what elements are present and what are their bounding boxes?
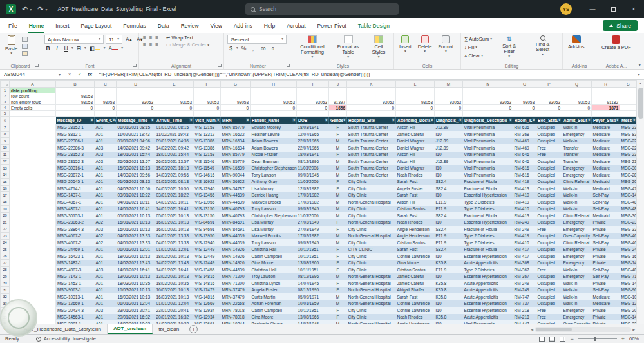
table-header-cell[interactable]: Event_Code▾ (95, 117, 117, 124)
cell[interactable]: Angela Foster (251, 287, 297, 294)
ribbon-tab-review[interactable]: Review (175, 18, 205, 33)
cell[interactable]: Emergency (562, 273, 592, 280)
collapse-ribbon-chevron-icon[interactable]: ▾ (638, 63, 641, 68)
cell[interactable]: A01 (95, 253, 117, 260)
cell[interactable]: MSG-30153-1 (56, 212, 95, 219)
cell[interactable]: M (329, 233, 347, 240)
ribbon-tab-insert[interactable]: Insert (50, 18, 75, 33)
cell[interactable]: Gina Moore (251, 314, 297, 321)
cell[interactable]: RM-413 (513, 212, 536, 219)
cell[interactable]: 27/03/1949 (297, 226, 329, 233)
column-header-R[interactable]: R (592, 81, 620, 88)
cell[interactable]: 13/02/2021 10:13 (117, 273, 155, 280)
cell[interactable]: A02 (95, 219, 117, 226)
cell[interactable]: I10 (435, 219, 463, 226)
cell[interactable]: Emergency (562, 131, 592, 138)
row-number[interactable]: 2 (1, 93, 10, 99)
cell[interactable]: Essential Hypertension (463, 192, 513, 199)
cell[interactable]: Type 2 Diabetes (463, 233, 513, 240)
cell[interactable]: MSG-23152-3 (620, 152, 637, 159)
cell[interactable]: A03 (95, 144, 117, 152)
cell[interactable]: 0 (56, 105, 95, 111)
expand-formula-bar-icon[interactable]: ▾ (634, 70, 644, 79)
cell[interactable]: VIS-12669 (194, 300, 221, 308)
middle-align-icon[interactable]: ≡ (149, 35, 153, 41)
cell[interactable]: Medicare (592, 165, 620, 172)
cell[interactable]: VIS-11546 (194, 158, 221, 165)
cell[interactable]: A01 (95, 124, 117, 132)
cell[interactable]: Private (592, 314, 620, 321)
cell[interactable] (95, 88, 117, 93)
cell[interactable]: MRN-14926 (221, 260, 251, 267)
cell[interactable]: Walk-In (562, 293, 592, 300)
row-number[interactable]: 27 (1, 260, 10, 267)
table-header-cell[interactable]: Mess▾ (620, 117, 637, 124)
filter-dropdown-icon[interactable]: ▾ (246, 118, 249, 122)
cell[interactable]: Maxwell Brooks (251, 199, 297, 206)
redo-caret-icon[interactable]: ▾ (45, 7, 47, 12)
cell[interactable]: Emergency (562, 165, 592, 172)
cell[interactable]: RM-410 (513, 192, 536, 199)
cell[interactable]: Angela Foster (396, 185, 435, 192)
cell[interactable]: 22/07/1965 (297, 138, 329, 145)
cell[interactable]: 0 (435, 105, 463, 111)
cell[interactable]: I10 (435, 307, 463, 314)
ribbon-tab-table-design[interactable]: Table Design (352, 18, 395, 33)
cell[interactable]: North General Hospital (347, 199, 396, 206)
cell[interactable]: VIS-12153 (194, 124, 221, 132)
cell[interactable]: 0 (221, 105, 251, 111)
cell[interactable]: Viral Pneumonia (463, 131, 513, 138)
cell[interactable] (194, 111, 221, 117)
cell[interactable]: Christina Lynch (251, 280, 297, 287)
cell[interactable] (194, 93, 221, 99)
cell[interactable]: 11/03/2006 (297, 165, 329, 172)
cell[interactable]: 0 (513, 105, 536, 111)
row-number[interactable]: 19 (1, 206, 10, 213)
cell[interactable]: Occupied (536, 273, 562, 280)
cell[interactable]: 14/01/2021 16:41 (117, 266, 155, 273)
cell[interactable]: 03/01/2021 18:22 (155, 192, 194, 199)
cell[interactable]: VIS-14816 (194, 293, 221, 300)
cell[interactable]: 16/03/2021 10:13 (155, 287, 194, 294)
cell[interactable]: MSG-12669-1 (620, 300, 637, 308)
ribbon-tab-home[interactable]: Home (23, 18, 50, 33)
cell[interactable]: A01 (95, 246, 117, 253)
cell-styles-button[interactable]: Cell Styles ▾ (367, 35, 390, 59)
cell[interactable]: Fracture of Fibula (463, 226, 513, 233)
cell[interactable]: Acute Appendicitis (463, 293, 513, 300)
cell[interactable]: J12.89 (435, 158, 463, 165)
close-button[interactable]: × (623, 0, 644, 18)
cell[interactable]: F (329, 266, 347, 273)
cell[interactable]: 93053 (513, 99, 536, 105)
cell[interactable]: MSG-23863-2 (56, 219, 95, 226)
cell[interactable]: MRN-37479 (221, 287, 251, 294)
cell[interactable] (10, 212, 56, 219)
name-box-caret-icon[interactable]: ▾ (55, 70, 64, 79)
cell[interactable] (347, 111, 396, 117)
cell[interactable] (10, 172, 56, 179)
cell[interactable] (396, 111, 435, 117)
cell[interactable] (10, 280, 56, 287)
cell[interactable]: Walk-In (562, 280, 592, 287)
cell[interactable]: MSG-1482-1 (620, 260, 637, 267)
cell[interactable]: M (329, 172, 347, 179)
table-header-cell[interactable]: Message_ID▾ (56, 117, 95, 124)
cell[interactable]: 16/01/2021 10:13 (155, 219, 194, 226)
cell[interactable]: MRN-84691 (221, 226, 251, 233)
cell[interactable]: Emergency (562, 253, 592, 260)
cell[interactable]: MSG-20434-3 (56, 307, 95, 314)
cell[interactable]: Adam Bowers (251, 144, 297, 152)
cell[interactable]: Self-Pay (592, 287, 620, 294)
cell[interactable]: RM-218 (513, 307, 536, 314)
cell[interactable]: Occupied (536, 219, 562, 226)
cell[interactable]: Free (536, 226, 562, 233)
insert-function-button[interactable]: fx (85, 70, 95, 79)
cell[interactable]: 17/03/1982 (297, 192, 329, 199)
cell[interactable]: A01 (95, 314, 117, 321)
horizontal-scrollbar[interactable]: ◀ ▶ (531, 324, 644, 334)
cell[interactable]: 14/02/2021 09:42 (155, 144, 194, 152)
cell[interactable]: Walk-In (562, 138, 592, 145)
cell[interactable]: A01 (95, 138, 117, 145)
cell[interactable]: 14/02/2021 09:42 (117, 144, 155, 152)
worksheet-grid[interactable]: ABCDEFGHIJKLMNOPQRS1data profiling2row c… (0, 80, 636, 324)
